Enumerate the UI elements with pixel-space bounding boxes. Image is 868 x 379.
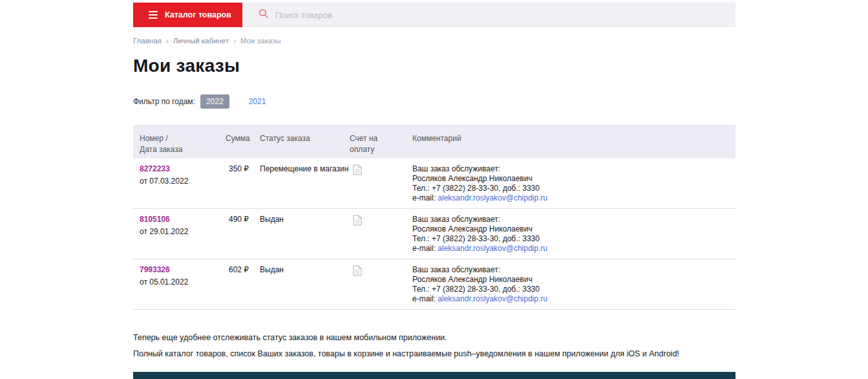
footer-bar xyxy=(133,372,736,379)
year-filter-2022[interactable]: 2022 xyxy=(200,94,229,109)
page-title: Мои заказы xyxy=(133,56,736,76)
search-input[interactable] xyxy=(275,10,598,20)
breadcrumb-separator: › xyxy=(233,37,236,45)
top-bar: Каталог товаров xyxy=(133,3,736,27)
main-container: Каталог товаров Главная › Личный кабинет… xyxy=(133,3,736,362)
column-header-comment: Комментарий xyxy=(412,125,736,158)
order-comment: Ваш заказ обслуживает: Росляков Александ… xyxy=(412,164,736,203)
order-date: от 05.01.2022 xyxy=(140,277,226,287)
order-date: от 29.01.2022 xyxy=(140,227,226,237)
order-comment: Ваш заказ обслуживает: Росляков Александ… xyxy=(412,215,736,254)
breadcrumb-current: Мои заказы xyxy=(240,37,281,45)
column-header-number: Номер / Дата заказа xyxy=(133,125,226,158)
manager-email-link[interactable]: aleksandr.roslyakov@chipdip.ru xyxy=(438,294,547,303)
order-number-link[interactable]: 8272233 xyxy=(140,164,170,174)
column-header-status: Статус заказа xyxy=(260,125,350,158)
app-promo-line2: Полный каталог товаров, список Ваших зак… xyxy=(133,346,736,362)
manager-email-link[interactable]: aleksandr.roslyakov@chipdip.ru xyxy=(438,193,547,202)
breadcrumb: Главная › Личный кабинет › Мои заказы xyxy=(133,37,736,45)
invoice-document-icon[interactable] xyxy=(350,215,362,228)
email-label: e-mail: xyxy=(412,193,436,202)
order-sum: 350 ₽ xyxy=(226,158,260,209)
invoice-document-icon[interactable] xyxy=(350,265,362,279)
hamburger-icon xyxy=(149,11,158,19)
table-header-row: Номер / Дата заказа Сумма Статус заказа … xyxy=(133,125,736,158)
invoice-document-icon[interactable] xyxy=(350,164,362,178)
search-bar xyxy=(242,3,736,27)
catalog-button[interactable]: Каталог товаров xyxy=(133,3,242,27)
order-status: Перемещение в магазин xyxy=(260,158,350,209)
order-sum: 602 ₽ xyxy=(226,259,260,310)
email-label: e-mail: xyxy=(412,294,436,303)
search-icon xyxy=(259,8,269,21)
order-comment: Ваш заказ обслуживает: Росляков Александ… xyxy=(412,265,736,304)
column-header-invoice: Счет на оплату xyxy=(350,125,412,158)
breadcrumb-separator: › xyxy=(166,37,169,45)
orders-table: Номер / Дата заказа Сумма Статус заказа … xyxy=(133,125,736,310)
app-promo-text: Теперь еще удобнее отслеживать статус за… xyxy=(133,330,736,362)
order-row: 8272233 от 07.03.2022 350 ₽ Перемещение … xyxy=(133,158,736,209)
breadcrumb-home[interactable]: Главная xyxy=(133,37,162,45)
app-promo-line1: Теперь еще удобнее отслеживать статус за… xyxy=(133,330,736,346)
year-filter: Фильтр по годам: 2022 2021 xyxy=(133,94,736,109)
column-header-sum: Сумма xyxy=(226,125,260,158)
year-filter-2021[interactable]: 2021 xyxy=(249,97,266,106)
order-row: 8105106 от 29.01.2022 490 ₽ Выдан xyxy=(133,209,736,259)
order-status: Выдан xyxy=(260,259,350,310)
order-row: 7993326 от 05.01.2022 602 ₽ Выдан xyxy=(133,259,736,310)
manager-email-link[interactable]: aleksandr.roslyakov@chipdip.ru xyxy=(438,244,547,253)
filter-label: Фильтр по годам: xyxy=(133,97,195,106)
email-label: e-mail: xyxy=(412,244,436,253)
order-sum: 490 ₽ xyxy=(226,209,260,259)
order-number-link[interactable]: 7993326 xyxy=(140,265,170,275)
order-date: от 07.03.2022 xyxy=(140,177,226,186)
catalog-button-label: Каталог товаров xyxy=(165,10,231,19)
order-number-link[interactable]: 8105106 xyxy=(140,215,170,224)
order-status: Выдан xyxy=(260,209,350,259)
breadcrumb-account[interactable]: Личный кабинет xyxy=(173,37,229,45)
